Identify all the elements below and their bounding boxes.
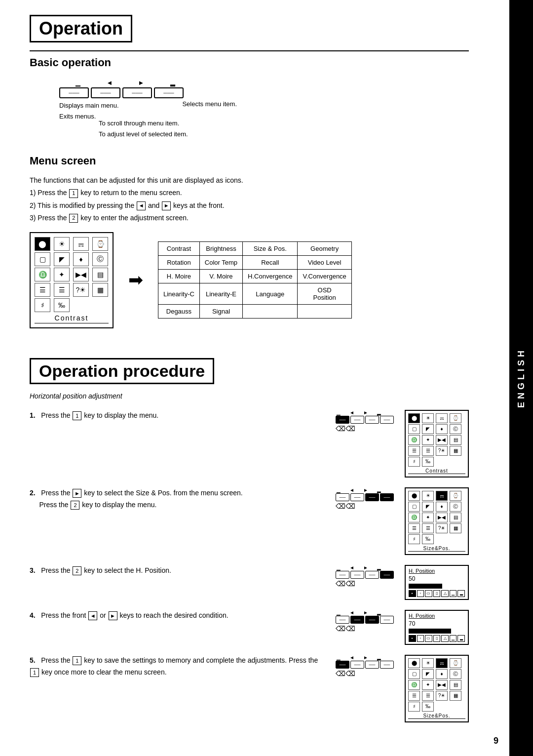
hpos-val-1: 50 xyxy=(409,575,465,582)
side-tab-label: ENGLISH xyxy=(516,348,527,408)
hpos-icon2-5: ▁ xyxy=(450,635,457,642)
hpos-val-2: 70 xyxy=(409,620,465,627)
menu-icon-3: ⌚ xyxy=(92,237,108,251)
key-1-s5a: 1 xyxy=(73,656,81,665)
hpos-title-1: H. Position xyxy=(409,568,465,574)
step-2-btn-row1: ── ── ── ── xyxy=(336,493,400,501)
key-back-s4: ◄ xyxy=(88,611,97,620)
step-1-key-back: ── xyxy=(350,416,364,424)
menu-icon-8: ♎ xyxy=(35,268,50,281)
s-icon-13: ☰ xyxy=(422,446,434,456)
key-back-ref: ◄ xyxy=(137,201,146,210)
s3-key-back: ── xyxy=(350,571,364,579)
s-icon-7: Ⓒ xyxy=(450,424,461,434)
s2-icon-9: ✦ xyxy=(422,513,434,522)
step-4-kbd: ▁ ◄ ► ▂ ── ── ── ── ⌫⌫ xyxy=(336,610,400,633)
step-1-diagrams: ▁ ◄ ► ▂ ── ── ── ── ⌫⌫ xyxy=(336,410,469,477)
menu-cell-colortemp: Color Temp xyxy=(199,256,242,270)
operation-procedure-box: Operation procedure xyxy=(30,358,214,384)
s5-icon-15: ▦ xyxy=(450,691,461,701)
s-icon-2: ⚎ xyxy=(436,413,448,423)
step-3-kbd: ▁ ◄ ► ▂ ── ── ── ── ⌫⌫ xyxy=(336,565,400,588)
step-5-kbd: ▁ ◄ ► ▂ ── ── ── ── ⌫⌫ xyxy=(336,655,400,677)
s5-icon-12: ☰ xyxy=(408,691,420,701)
s2-icon-10: ▶◀ xyxy=(436,513,448,522)
menu-table: Contrast Brightness Size & Pos. Geometry… xyxy=(158,241,352,318)
step-3-text: 3. Press the 2 key to select the H. Posi… xyxy=(30,565,326,577)
key-fwd-ref: ► xyxy=(162,201,171,210)
menu-arrow: ➡ xyxy=(128,270,143,290)
s2-icon-4: ▢ xyxy=(408,502,420,512)
annotation-right: Selects menu item. xyxy=(182,100,237,108)
menu-cell-vconv: V.Convergence xyxy=(298,270,351,283)
s-icon-1: ☀ xyxy=(422,413,434,423)
menu-icon-6: ♦ xyxy=(73,252,89,266)
title-divider xyxy=(30,50,469,51)
menu-icon-12: ☰ xyxy=(35,283,50,297)
side-tab: ENGLISH xyxy=(509,0,533,756)
menu-cell-empty2 xyxy=(298,305,351,318)
menu-cell-empty1 xyxy=(243,305,298,318)
step-2-screen-lbl: Size&Pos. xyxy=(408,546,465,552)
menu-icon-7: Ⓒ xyxy=(92,252,108,266)
step-5-icons-grid: ⬤ ☀ ⚎ ⌚ ▢ ◤ ♦ Ⓒ ♎ ✦ ▶◀ ▤ ☰ ☰ ?☀ xyxy=(408,658,465,712)
basic-operation-title: Basic operation xyxy=(30,56,469,69)
s4-key-1: ── xyxy=(336,616,349,624)
key-btn-2[interactable]: ─── xyxy=(154,87,184,98)
hpos-icon2-2: ▭ xyxy=(425,635,432,642)
adjust-text-line: To adjust level of selected item. xyxy=(99,129,469,140)
key-btn-fwd[interactable]: ─── xyxy=(122,87,152,98)
scroll-text: To scroll through menu item. To adjust l… xyxy=(99,118,469,140)
hpos-icon2-0: ▪ xyxy=(409,635,416,642)
step-2-row: 2. Press the ► key to select the Size & … xyxy=(30,487,469,555)
s-icon-11: ▤ xyxy=(450,435,461,445)
menu-icon-0: ⬤ xyxy=(35,237,50,251)
hpos-icons-2: ▪ ▫ ▭ ▯ △ ▁ ▂ xyxy=(409,635,465,642)
s-icon-15: ▦ xyxy=(450,446,461,456)
lbl-tri2: ► xyxy=(363,410,368,415)
step-3-hpos: H. Position 50 ▪ ▫ ▭ ▯ △ ▁ ▂ xyxy=(405,565,469,600)
s-icon-10: ▶◀ xyxy=(436,435,448,445)
s2-icon-0: ⬤ xyxy=(408,491,420,501)
menu-icon-2: ⚎ xyxy=(73,237,89,251)
hpos-bar-1 xyxy=(409,584,442,589)
menu-desc-line2: 1) Press the 1 key to return to the menu… xyxy=(30,187,469,199)
menu-desc-line4: 3) Press the 2 key to enter the adjustme… xyxy=(30,212,469,224)
step-1-btn-row: ── ── ── ── xyxy=(336,416,400,424)
step-4-num: 4. xyxy=(30,611,36,619)
menu-icon-4: ▢ xyxy=(35,252,50,266)
hpos-bar-2 xyxy=(409,629,451,634)
s3-key-2: ── xyxy=(380,571,394,579)
key-btn-1[interactable]: ─── xyxy=(59,87,89,98)
hpos-icon2-6: ▂ xyxy=(457,635,465,642)
step-2-icons-grid: ⬤ ☀ ⚎ ⌚ ▢ ◤ ♦ Ⓒ ♎ ✦ ▶◀ ▤ ☰ ☰ ?☀ xyxy=(408,491,465,544)
menu-icon-11: ▤ xyxy=(92,268,108,281)
s5-icon-13: ☰ xyxy=(422,691,434,701)
s5-icon-1: ☀ xyxy=(422,658,434,668)
s2-icon-14: ?☀ xyxy=(436,523,448,533)
s-icon-0: ⬤ xyxy=(408,413,420,423)
menu-icon-15: ▦ xyxy=(92,283,108,297)
hpos-title-2: H. Position xyxy=(409,613,465,619)
step-5-kbd-labels: ▁ ◄ ► ▂ xyxy=(337,655,400,660)
step-3-num: 3. xyxy=(30,566,36,574)
menu-table-row-0: Contrast Brightness Size & Pos. Geometry xyxy=(158,242,352,256)
step-4-kbd-labels: ▁ ◄ ► ▂ xyxy=(337,610,400,615)
step-1-kbd-labels: ▁ ◄ ► ▂ xyxy=(337,410,400,415)
key-btn-back[interactable]: ─── xyxy=(91,87,120,98)
step-5-text: 5. Press the 1 key to save the settings … xyxy=(30,655,326,678)
s5-icon-16: ♯ xyxy=(408,702,420,712)
s2-icon-16: ♯ xyxy=(408,534,420,544)
s5-icon-4: ▢ xyxy=(408,669,420,679)
step-5-num: 5. xyxy=(30,656,36,664)
hpos-icon2-4: △ xyxy=(441,635,449,642)
menu-cell-geometry: Geometry xyxy=(298,242,351,256)
key-2-s3: 2 xyxy=(73,566,81,575)
s4-key-2: ── xyxy=(380,616,394,624)
s2-icon-3: ⌚ xyxy=(450,491,461,501)
hpos-icons-1: ▪ ▫ ▭ ▯ △ ▁ ▂ xyxy=(409,590,465,597)
menu-icon-14: ?☀ xyxy=(73,283,89,297)
s2-key-fwd: ── xyxy=(365,493,379,501)
step-2-text: 2. Press the ► key to select the Size & … xyxy=(30,487,326,511)
step-2-kbd1: ▁ ◄ ► ▂ ── ── ── ── ⌫⌫ xyxy=(336,487,400,510)
